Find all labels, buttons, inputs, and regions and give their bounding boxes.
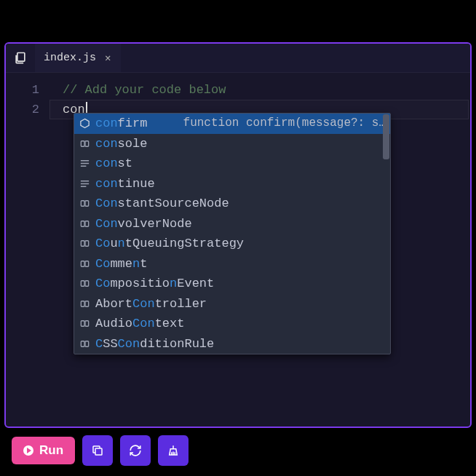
- svg-rect-14: [85, 301, 89, 307]
- svg-rect-4: [85, 201, 89, 207]
- svg-rect-16: [85, 321, 89, 327]
- refresh-icon: [129, 444, 142, 457]
- autocomplete-label: ConstantSourceNode: [95, 194, 229, 213]
- svg-rect-18: [85, 341, 89, 347]
- var-icon: [79, 237, 91, 250]
- autocomplete-item[interactable]: AudioContext: [74, 314, 390, 334]
- autocomplete-item[interactable]: CompositionEvent: [74, 274, 390, 294]
- var-icon: [79, 197, 91, 210]
- autocomplete-item[interactable]: confirmfunction confirm(message?: s…: [74, 114, 390, 134]
- svg-rect-6: [85, 221, 89, 227]
- func-icon: [79, 117, 91, 130]
- tab-bar: index.js ✕: [6, 44, 470, 73]
- svg-rect-0: [17, 52, 25, 61]
- run-button[interactable]: Run: [12, 437, 75, 464]
- bottom-toolbar: Run: [4, 432, 472, 469]
- file-tab[interactable]: index.js ✕: [35, 44, 121, 72]
- code-area[interactable]: // Add your code below con confirmfuncti…: [49, 73, 470, 427]
- svg-rect-13: [81, 301, 84, 307]
- autocomplete-item[interactable]: Comment: [74, 254, 390, 274]
- svg-rect-15: [81, 321, 84, 327]
- autocomplete-item[interactable]: AbortController: [74, 294, 390, 314]
- autocomplete-label: Comment: [95, 254, 147, 274]
- copy-icon: [91, 444, 104, 457]
- autocomplete-item[interactable]: continue: [74, 174, 390, 194]
- svg-rect-2: [85, 141, 89, 147]
- kw-icon: [79, 178, 91, 190]
- svg-rect-7: [81, 241, 84, 247]
- code-comment: // Add your code below: [63, 83, 226, 97]
- autocomplete-item[interactable]: ConvolverNode: [74, 214, 390, 234]
- run-label: Run: [39, 443, 63, 458]
- svg-rect-10: [85, 261, 89, 267]
- line-number: 2: [6, 100, 49, 119]
- line-gutter: 1 2: [6, 73, 49, 427]
- autocomplete-label: AbortController: [95, 294, 207, 314]
- autocomplete-label: confirm: [95, 114, 147, 133]
- play-icon: [23, 445, 33, 456]
- var-icon: [79, 298, 91, 310]
- autocomplete-hint: function confirm(message?: s…: [151, 114, 386, 133]
- autocomplete-label: CompositionEvent: [95, 274, 214, 293]
- refresh-button[interactable]: [120, 435, 151, 466]
- var-icon: [79, 218, 91, 230]
- broom-icon: [167, 444, 180, 457]
- copy-button[interactable]: [82, 435, 113, 466]
- tab-filename: index.js: [44, 52, 96, 64]
- line-number: 1: [6, 80, 49, 100]
- svg-rect-19: [95, 448, 102, 455]
- autocomplete-item[interactable]: CSSConditionRule: [74, 334, 390, 354]
- close-tab-icon[interactable]: ✕: [102, 50, 114, 66]
- svg-rect-1: [81, 141, 84, 147]
- autocomplete-label: CountQueuingStrategy: [95, 234, 244, 253]
- autocomplete-label: CSSConditionRule: [95, 334, 214, 354]
- svg-rect-3: [81, 201, 84, 207]
- svg-rect-9: [81, 261, 84, 267]
- scrollbar-thumb[interactable]: [383, 114, 389, 159]
- svg-rect-8: [85, 241, 89, 247]
- var-icon: [79, 277, 91, 290]
- autocomplete-item[interactable]: CountQueuingStrategy: [74, 234, 390, 254]
- autocomplete-item[interactable]: ConstantSourceNode: [74, 194, 390, 214]
- var-icon: [79, 138, 91, 150]
- svg-rect-17: [81, 341, 84, 347]
- autocomplete-label: const: [95, 154, 132, 173]
- svg-rect-5: [81, 221, 84, 227]
- editor-body: 1 2 // Add your code below con confirmfu…: [6, 73, 470, 427]
- kw-icon: [79, 157, 91, 170]
- autocomplete-label: AudioContext: [95, 314, 184, 333]
- autocomplete-label: continue: [95, 174, 155, 194]
- autocomplete-label: ConvolverNode: [95, 214, 192, 234]
- var-icon: [79, 258, 91, 270]
- autocomplete-item[interactable]: console: [74, 134, 390, 154]
- files-icon[interactable]: [6, 44, 35, 73]
- var-icon: [79, 317, 91, 330]
- autocomplete-item[interactable]: const: [74, 154, 390, 174]
- cleanup-button[interactable]: [158, 435, 189, 466]
- autocomplete-label: console: [95, 134, 147, 154]
- svg-rect-12: [85, 281, 89, 287]
- autocomplete-popup[interactable]: confirmfunction confirm(message?: s…cons…: [74, 113, 391, 354]
- svg-rect-11: [81, 281, 84, 287]
- var-icon: [79, 338, 91, 350]
- editor-window: index.js ✕ 1 2 // Add your code below co…: [4, 42, 472, 428]
